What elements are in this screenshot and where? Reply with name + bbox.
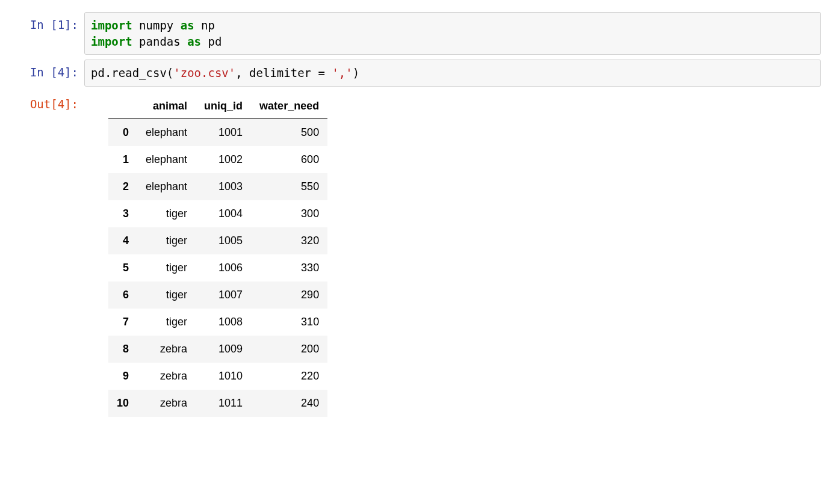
table-cell: tiger [137, 200, 196, 227]
code-text: pandas [132, 35, 188, 48]
table-cell: 200 [251, 336, 327, 363]
table-cell: 1009 [196, 336, 251, 363]
code-input[interactable]: import numpy as np import pandas as pd [84, 12, 821, 55]
table-header-col: animal [137, 94, 196, 119]
code-input[interactable]: pd.read_csv('zoo.csv', delimiter = ',') [84, 60, 821, 87]
row-index: 8 [108, 336, 137, 363]
table-cell: 220 [251, 363, 327, 390]
table-cell: 550 [251, 173, 327, 200]
table-row: 9zebra1010220 [108, 363, 327, 390]
table-cell: 1001 [196, 118, 251, 146]
table-cell: 1003 [196, 173, 251, 200]
table-cell: 240 [251, 390, 327, 417]
table-cell: tiger [137, 227, 196, 254]
input-prompt: In [1]: [6, 12, 84, 33]
keyword-import: import [91, 35, 132, 48]
table-row: 1elephant1002600 [108, 146, 327, 173]
output-cell: Out[4]: animal uniq_id water_need 0eleph… [6, 91, 821, 417]
table-cell: 290 [251, 281, 327, 309]
row-index: 0 [108, 118, 137, 146]
row-index: 5 [108, 254, 137, 281]
table-row: 5tiger1006330 [108, 254, 327, 281]
table-header-row: animal uniq_id water_need [108, 94, 327, 119]
table-cell: 320 [251, 227, 327, 254]
table-cell: 1007 [196, 281, 251, 309]
table-cell: 1006 [196, 254, 251, 281]
table-cell: tiger [137, 309, 196, 336]
table-header-col: water_need [251, 94, 327, 119]
row-index: 6 [108, 281, 137, 309]
row-index: 7 [108, 309, 137, 336]
keyword-as: as [181, 19, 194, 32]
table-cell: 1004 [196, 200, 251, 227]
row-index: 9 [108, 363, 137, 390]
table-row: 4tiger1005320 [108, 227, 327, 254]
output-prompt: Out[4]: [6, 91, 84, 112]
code-text: pd.read_csv( [91, 66, 173, 79]
code-text: np [194, 19, 215, 32]
table-cell: 330 [251, 254, 327, 281]
table-row: 10zebra1011240 [108, 390, 327, 417]
table-row: 6tiger1007290 [108, 281, 327, 309]
output-area: animal uniq_id water_need 0elephant10015… [84, 91, 821, 417]
table-row: 7tiger1008310 [108, 309, 327, 336]
row-index: 1 [108, 146, 137, 173]
table-cell: zebra [137, 336, 196, 363]
string-literal: ',' [332, 66, 352, 79]
table-row: 8zebra1009200 [108, 336, 327, 363]
table-cell: zebra [137, 390, 196, 417]
table-cell: 1002 [196, 146, 251, 173]
table-row: 0elephant1001500 [108, 118, 327, 146]
table-cell: tiger [137, 254, 196, 281]
table-cell: tiger [137, 281, 196, 309]
table-header-col: uniq_id [196, 94, 251, 119]
keyword-import: import [91, 19, 132, 32]
table-cell: 600 [251, 146, 327, 173]
table-cell: elephant [137, 146, 196, 173]
table-cell: 300 [251, 200, 327, 227]
dataframe-table: animal uniq_id water_need 0elephant10015… [108, 94, 327, 417]
table-cell: zebra [137, 363, 196, 390]
code-cell: In [4]: pd.read_csv('zoo.csv', delimiter… [6, 60, 821, 87]
table-cell: elephant [137, 118, 196, 146]
table-cell: 310 [251, 309, 327, 336]
code-text: numpy [132, 19, 181, 32]
code-text: ) [353, 66, 359, 79]
table-row: 2elephant1003550 [108, 173, 327, 200]
table-cell: 1008 [196, 309, 251, 336]
row-index: 3 [108, 200, 137, 227]
code-text: pd [201, 35, 221, 48]
table-cell: 500 [251, 118, 327, 146]
row-index: 4 [108, 227, 137, 254]
table-cell: 1010 [196, 363, 251, 390]
table-cell: elephant [137, 173, 196, 200]
table-row: 3tiger1004300 [108, 200, 327, 227]
input-prompt: In [4]: [6, 60, 84, 81]
table-header-index [108, 94, 137, 119]
row-index: 2 [108, 173, 137, 200]
code-cell: In [1]: import numpy as np import pandas… [6, 12, 821, 55]
table-cell: 1011 [196, 390, 251, 417]
row-index: 10 [108, 390, 137, 417]
table-cell: 1005 [196, 227, 251, 254]
code-text: , delimiter = [235, 66, 332, 79]
string-literal: 'zoo.csv' [173, 66, 235, 79]
keyword-as: as [187, 35, 201, 48]
